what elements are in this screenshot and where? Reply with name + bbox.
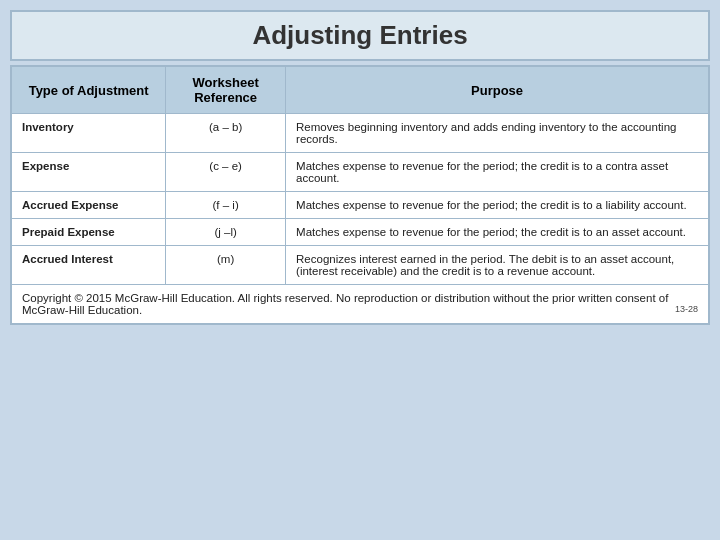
cell-type: Accrued Interest	[11, 246, 166, 285]
table-row: Accrued Expense(f – i)Matches expense to…	[11, 192, 709, 219]
page-number: 13-28	[675, 304, 698, 314]
cell-type: Inventory	[11, 114, 166, 153]
cell-type: Prepaid Expense	[11, 219, 166, 246]
table-row: Expense(c – e)Matches expense to revenue…	[11, 153, 709, 192]
cell-ref: (f – i)	[166, 192, 286, 219]
cell-ref: (a – b)	[166, 114, 286, 153]
header-col1: Type of Adjustment	[11, 66, 166, 114]
cell-ref: (m)	[166, 246, 286, 285]
footer-cell: Copyright © 2015 McGraw-Hill Education. …	[11, 285, 709, 325]
title-bar: Adjusting Entries	[10, 10, 710, 61]
copyright-text: Copyright © 2015 McGraw-Hill Education. …	[22, 292, 668, 316]
header-col3: Purpose	[286, 66, 709, 114]
table-body: Inventory(a – b)Removes beginning invent…	[11, 114, 709, 285]
header-col2: Worksheet Reference	[166, 66, 286, 114]
page-wrapper: Adjusting Entries Type of Adjustment Wor…	[10, 10, 710, 325]
cell-ref: (j –l)	[166, 219, 286, 246]
cell-purpose: Matches expense to revenue for the perio…	[286, 192, 709, 219]
table-row: Accrued Interest(m)Recognizes interest e…	[11, 246, 709, 285]
cell-purpose: Matches expense to revenue for the perio…	[286, 153, 709, 192]
cell-purpose: Matches expense to revenue for the perio…	[286, 219, 709, 246]
footer-row: Copyright © 2015 McGraw-Hill Education. …	[11, 285, 709, 325]
cell-purpose: Removes beginning inventory and adds end…	[286, 114, 709, 153]
table-row: Inventory(a – b)Removes beginning invent…	[11, 114, 709, 153]
page-title: Adjusting Entries	[12, 20, 708, 51]
table-row: Prepaid Expense(j –l)Matches expense to …	[11, 219, 709, 246]
cell-type: Expense	[11, 153, 166, 192]
cell-type: Accrued Expense	[11, 192, 166, 219]
cell-ref: (c – e)	[166, 153, 286, 192]
cell-purpose: Recognizes interest earned in the period…	[286, 246, 709, 285]
table-header-row: Type of Adjustment Worksheet Reference P…	[11, 66, 709, 114]
main-table: Type of Adjustment Worksheet Reference P…	[10, 65, 710, 325]
